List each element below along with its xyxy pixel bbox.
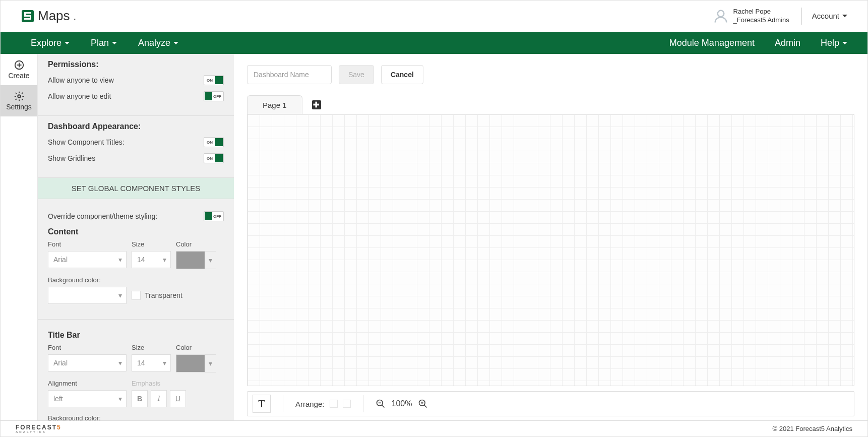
chevron-down-icon: ▾: [205, 359, 216, 367]
chevron-down-icon: ▾: [163, 359, 166, 367]
nav-admin[interactable]: Admin: [775, 38, 800, 48]
brand-suffix: .: [73, 8, 77, 24]
titlebar-size-select[interactable]: 14▾: [132, 354, 171, 371]
nav-plan[interactable]: Plan: [91, 38, 117, 48]
text-tool-button[interactable]: T: [253, 395, 271, 413]
allow-edit-label: Allow anyone to edit: [48, 92, 111, 100]
override-label: Override component/theme styling:: [48, 212, 157, 220]
svg-line-12: [382, 405, 384, 408]
canvas-toolbar: T Arrange: 100%: [247, 391, 854, 416]
user-icon: [713, 9, 728, 24]
add-page-button[interactable]: ✚: [307, 95, 326, 114]
font-label: Font: [48, 344, 127, 351]
emphasis-label: Emphasis: [132, 380, 186, 387]
account-menu[interactable]: Account: [812, 12, 847, 20]
nav-module-management[interactable]: Module Management: [669, 38, 755, 48]
caret-down-icon: [65, 42, 70, 44]
tab-page-1[interactable]: Page 1: [247, 95, 302, 114]
titlebar-heading: Title Bar: [48, 331, 224, 340]
user-group: _Forecast5 Admins: [733, 16, 789, 25]
svg-point-6: [717, 10, 724, 17]
gear-icon: [14, 91, 25, 102]
bring-forward-icon[interactable]: [330, 400, 338, 408]
chevron-down-icon: ▾: [118, 395, 122, 403]
zoom-value: 100%: [392, 399, 412, 408]
zoom-in-button[interactable]: [418, 399, 428, 409]
content-heading: Content: [48, 227, 224, 236]
alignment-select[interactable]: left▾: [48, 390, 127, 407]
settings-sidebar: Permissions: Allow anyone to view Allow …: [38, 54, 234, 421]
caret-down-icon: [112, 42, 117, 44]
caret-down-icon: [173, 42, 178, 44]
italic-button[interactable]: I: [151, 390, 167, 407]
arrange-label: Arrange:: [295, 400, 325, 408]
main-navbar: Explore Plan Analyze Module Management A…: [1, 32, 867, 54]
toolbar-divider: [363, 395, 363, 412]
canvas-area: Dashboard Name Save Cancel Page 1 ✚ T Ar…: [234, 54, 867, 421]
caret-down-icon: [842, 15, 847, 17]
permissions-heading: Permissions:: [48, 60, 224, 69]
size-label: Size: [132, 344, 171, 351]
alignment-label: Alignment: [48, 380, 127, 387]
chevron-down-icon: ▾: [118, 359, 122, 367]
show-titles-label: Show Component Titles:: [48, 138, 125, 146]
brand-logo: Maps.: [21, 8, 77, 24]
nav-explore[interactable]: Explore: [31, 38, 70, 48]
underline-button[interactable]: U: [170, 390, 186, 407]
footer-logo: FORECAST5 ANALYTICS: [16, 424, 61, 433]
font-label: Font: [48, 240, 127, 248]
allow-edit-toggle[interactable]: [204, 91, 224, 101]
color-swatch: [176, 355, 205, 372]
override-toggle[interactable]: [204, 211, 224, 221]
brand-mark-icon: [21, 9, 35, 23]
content-font-select[interactable]: Arial▾: [48, 251, 127, 268]
size-label: Size: [132, 240, 171, 248]
header-divider: [801, 8, 802, 25]
bg-color-label: Background color:: [48, 276, 224, 284]
left-rail: Create Settings: [1, 54, 38, 421]
rail-create[interactable]: Create: [1, 54, 37, 85]
chevron-down-icon: ▾: [163, 256, 166, 264]
color-label: Color: [176, 344, 216, 351]
app-footer: FORECAST5 ANALYTICS © 2021 Forecast5 Ana…: [1, 420, 867, 436]
svg-rect-5: [24, 18, 31, 20]
plus-icon: ✚: [312, 100, 321, 109]
content-color-select[interactable]: ▾: [176, 251, 216, 269]
app-header: Maps. Rachel Pope _Forecast5 Admins Acco…: [1, 1, 867, 32]
chevron-down-icon: ▾: [118, 256, 122, 264]
brand-text: Maps: [38, 8, 70, 24]
content-transparent-checkbox[interactable]: Transparent: [132, 291, 182, 300]
show-gridlines-label: Show Gridlines: [48, 154, 95, 162]
zoom-out-button[interactable]: [376, 399, 386, 409]
cancel-button[interactable]: Cancel: [381, 65, 423, 84]
dashboard-name-input[interactable]: Dashboard Name: [247, 65, 332, 84]
user-name: Rachel Pope: [733, 8, 789, 16]
chevron-down-icon: ▾: [118, 291, 122, 299]
svg-line-15: [424, 405, 427, 408]
show-titles-toggle[interactable]: [204, 137, 224, 147]
titlebar-font-select[interactable]: Arial▾: [48, 354, 127, 371]
content-size-select[interactable]: 14▾: [132, 251, 171, 268]
svg-point-10: [18, 95, 21, 98]
nav-analyze[interactable]: Analyze: [138, 38, 178, 48]
nav-help[interactable]: Help: [821, 38, 847, 48]
sidebar-scroll[interactable]: Permissions: Allow anyone to view Allow …: [38, 54, 234, 421]
send-backward-icon[interactable]: [343, 400, 351, 408]
allow-view-label: Allow anyone to view: [48, 76, 114, 84]
color-swatch: [176, 252, 205, 269]
rail-settings[interactable]: Settings: [1, 85, 37, 116]
dashboard-grid-canvas[interactable]: [247, 114, 854, 386]
toolbar-divider: [283, 395, 283, 412]
chevron-down-icon: ▾: [205, 256, 216, 264]
show-gridlines-toggle[interactable]: [204, 153, 224, 163]
titlebar-color-select[interactable]: ▾: [176, 354, 216, 372]
bold-button[interactable]: B: [132, 390, 148, 407]
footer-copyright: © 2021 Forecast5 Analytics: [773, 425, 852, 432]
global-styles-banner: SET GLOBAL COMPONENT STYLES: [38, 178, 234, 199]
caret-down-icon: [842, 42, 847, 44]
allow-view-toggle[interactable]: [204, 75, 224, 85]
save-button[interactable]: Save: [339, 65, 374, 84]
content-bgcolor-select[interactable]: ▾: [48, 287, 127, 304]
appearance-heading: Dashboard Appearance:: [48, 122, 224, 131]
user-block: Rachel Pope _Forecast5 Admins: [713, 8, 789, 25]
